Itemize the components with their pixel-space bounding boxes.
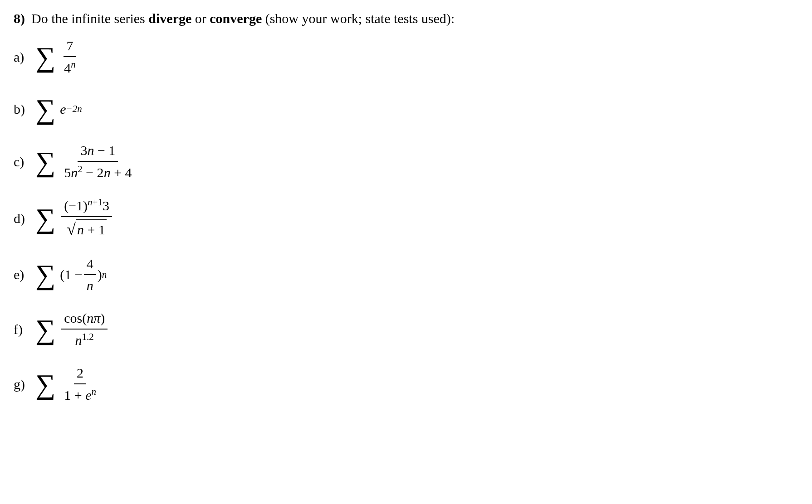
- f-den-exp: 1.2: [82, 331, 94, 342]
- item-f-num: cos(nπ): [61, 309, 108, 330]
- prompt-post: (show your work; state tests used):: [262, 11, 455, 26]
- prompt-pre: Do the infinite series: [31, 11, 148, 26]
- e-outer-exp: n: [102, 268, 107, 281]
- item-a-num: 7: [64, 36, 76, 57]
- item-e-frac: 4 n: [84, 254, 96, 295]
- item-f-frac: cos(nπ) n1.2: [61, 309, 108, 350]
- d-sqrt-content: n + 1: [76, 219, 107, 239]
- item-d-den: √n + 1: [64, 217, 109, 241]
- sigma-icon: ∑: [35, 261, 55, 289]
- e-open: (1 −: [60, 265, 82, 284]
- item-e: e) ∑ (1 − 4 n )n: [14, 254, 798, 295]
- f-den-n: n: [75, 333, 82, 348]
- f-cos: cos(: [64, 310, 87, 325]
- item-a-frac: 7 4n: [61, 36, 78, 78]
- problem-header: 8) Do the infinite series diverge or con…: [14, 9, 798, 28]
- problem-number: 8): [14, 9, 25, 28]
- f-close: ): [100, 310, 105, 325]
- c-den-exp: 2: [78, 164, 83, 174]
- item-d-label: d): [14, 209, 30, 228]
- g-den-e: e: [85, 388, 91, 402]
- g-den-pre: 1 +: [64, 388, 85, 402]
- item-e-math: ∑ (1 − 4 n )n: [35, 254, 107, 295]
- item-g: g) ∑ 2 1 + en: [14, 363, 798, 405]
- item-g-math: ∑ 2 1 + en: [35, 363, 100, 405]
- den-exp: n: [71, 59, 76, 70]
- item-b-label: b): [14, 100, 30, 119]
- g-den-exp: n: [91, 386, 96, 397]
- item-d-num: (−1)n+13: [61, 196, 112, 217]
- item-g-frac: 2 1 + en: [61, 363, 99, 405]
- c-den-n: n: [71, 165, 78, 180]
- e-frac-num: 4: [84, 254, 96, 275]
- sigma-icon: ∑: [35, 95, 55, 123]
- item-c-den: 5n2 − 2n + 4: [61, 162, 134, 182]
- prompt-mid: or: [191, 11, 210, 26]
- item-b-expr: e−2n: [60, 100, 82, 119]
- prompt-bold1: diverge: [148, 11, 191, 26]
- item-a-math: ∑ 7 4n: [35, 36, 80, 78]
- d-three: 3: [103, 198, 109, 213]
- item-e-expr: (1 − 4 n )n: [60, 254, 107, 295]
- problem-prompt: Do the infinite series diverge or conver…: [31, 9, 455, 28]
- item-c-num: 3n − 1: [78, 141, 118, 162]
- d-num-exp: n+1: [88, 197, 103, 208]
- prompt-bold2: converge: [210, 11, 262, 26]
- sigma-icon: ∑: [35, 148, 55, 176]
- item-g-label: g): [14, 375, 30, 394]
- sigma-icon: ∑: [35, 204, 55, 233]
- e-frac-den: n: [84, 275, 96, 295]
- e-close: ): [98, 265, 102, 284]
- den-base: 4: [64, 60, 71, 75]
- item-f-math: ∑ cos(nπ) n1.2: [35, 309, 109, 350]
- item-d: d) ∑ (−1)n+13 √n + 1: [14, 196, 798, 241]
- item-a-den: 4n: [61, 57, 78, 78]
- item-c: c) ∑ 3n − 1 5n2 − 2n + 4: [14, 141, 798, 182]
- item-c-math: ∑ 3n − 1 5n2 − 2n + 4: [35, 141, 136, 182]
- f-n: n: [87, 310, 93, 325]
- b-base: e: [60, 100, 66, 119]
- item-f-den: n1.2: [73, 330, 97, 350]
- item-f: f) ∑ cos(nπ) n1.2: [14, 309, 798, 350]
- sigma-icon: ∑: [35, 43, 55, 71]
- item-d-frac: (−1)n+13 √n + 1: [61, 196, 112, 241]
- item-f-label: f): [14, 320, 30, 339]
- b-exp: −2n: [66, 102, 82, 116]
- item-a: a) ∑ 7 4n: [14, 36, 798, 78]
- item-c-label: c): [14, 152, 30, 171]
- item-e-label: e): [14, 265, 30, 284]
- sigma-icon: ∑: [35, 370, 55, 398]
- d-neg1: (−1): [64, 198, 88, 213]
- sigma-icon: ∑: [35, 315, 55, 344]
- sub-items: a) ∑ 7 4n b) ∑ e−2n c) ∑ 3n − 1: [14, 36, 798, 405]
- item-c-frac: 3n − 1 5n2 − 2n + 4: [61, 141, 134, 182]
- item-a-label: a): [14, 48, 30, 67]
- sqrt-icon: √n + 1: [67, 218, 107, 241]
- item-g-num: 2: [74, 363, 86, 384]
- item-g-den: 1 + en: [61, 384, 99, 405]
- item-b: b) ∑ e−2n: [14, 91, 798, 127]
- f-pi: π: [93, 310, 100, 325]
- c-den-pre: 5: [64, 165, 71, 180]
- item-d-math: ∑ (−1)n+13 √n + 1: [35, 196, 113, 241]
- item-b-math: ∑ e−2n: [35, 95, 82, 123]
